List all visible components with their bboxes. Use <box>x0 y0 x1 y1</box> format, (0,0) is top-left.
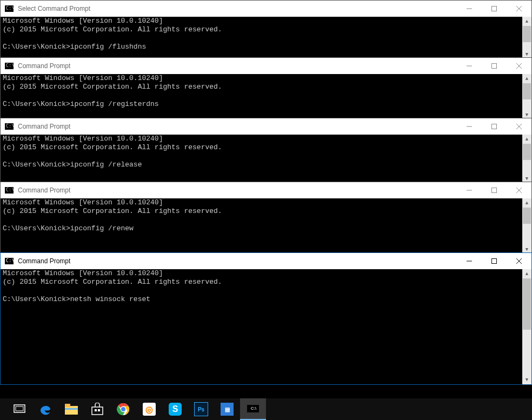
window-title: Command Prompt <box>18 123 457 130</box>
minimize-button[interactable] <box>457 58 482 74</box>
task-view-icon <box>14 404 25 414</box>
svg-rect-13 <box>492 188 497 193</box>
titlebar[interactable]: C:\ Command Prompt <box>1 182 531 198</box>
photoshop-button[interactable]: Ps <box>188 398 214 420</box>
vertical-scrollbar[interactable]: ▲ ▼ <box>522 269 531 384</box>
scroll-thumb[interactable] <box>523 144 531 160</box>
svg-rect-1 <box>492 6 497 11</box>
minimize-button[interactable] <box>457 118 482 135</box>
scroll-up-icon[interactable]: ▲ <box>522 135 531 144</box>
titlebar[interactable]: C:\ Command Prompt <box>1 58 531 74</box>
vertical-scrollbar[interactable]: ▲ ▼ <box>522 198 531 254</box>
cmd-window-1[interactable]: C:\ Select Command Prompt Microsoft Wind… <box>0 0 532 59</box>
maximize-button[interactable] <box>482 1 507 17</box>
titlebar[interactable]: C:\ Command Prompt <box>1 118 531 135</box>
task-view-button[interactable] <box>6 398 32 420</box>
close-button[interactable] <box>507 118 531 135</box>
maximize-button[interactable] <box>482 58 507 74</box>
window-controls <box>457 182 531 198</box>
app-button-2[interactable]: ▤ <box>214 398 240 420</box>
terminal-line: Microsoft Windows [Version 10.0.10240] <box>3 198 163 206</box>
store-button[interactable] <box>84 398 110 420</box>
scroll-up-icon[interactable]: ▲ <box>522 269 531 278</box>
edge-icon <box>39 403 52 416</box>
cmd-icon: C:\ <box>5 258 14 264</box>
window-title: Command Prompt <box>18 62 457 70</box>
svg-rect-17 <box>492 259 497 264</box>
terminal-content[interactable]: Microsoft Windows [Version 10.0.10240] (… <box>1 17 531 51</box>
cmd-window-3[interactable]: C:\ Command Prompt Microsoft Windows [Ve… <box>0 118 532 184</box>
skype-icon: S <box>169 403 182 416</box>
photoshop-icon: Ps <box>194 402 208 416</box>
cmd-icon: C:\ <box>5 123 14 130</box>
taskbar[interactable]: ◎ S Ps ▤ C:\ <box>0 398 532 420</box>
svg-rect-25 <box>92 407 103 415</box>
scroll-down-icon[interactable]: ▼ <box>522 375 531 384</box>
scroll-up-icon[interactable]: ▲ <box>522 198 531 208</box>
command-prompt-task-button[interactable]: C:\ <box>240 398 266 420</box>
maximize-button[interactable] <box>482 253 507 269</box>
titlebar[interactable]: C:\ Command Prompt <box>1 253 531 269</box>
terminal-line: (c) 2015 Microsoft Corporation. All righ… <box>3 278 222 286</box>
svg-rect-5 <box>492 64 497 69</box>
cmd-icon: C:\ <box>5 187 14 194</box>
window-controls <box>457 1 531 17</box>
app-icon-1: ◎ <box>143 403 156 416</box>
scroll-up-icon[interactable]: ▲ <box>522 17 531 26</box>
svg-rect-24 <box>65 408 78 410</box>
svg-rect-22 <box>65 406 78 415</box>
scroll-thumb[interactable] <box>523 208 531 224</box>
window-controls <box>457 253 531 269</box>
terminal-line: Microsoft Windows [Version 10.0.10240] <box>3 135 163 143</box>
svg-point-30 <box>121 407 125 411</box>
maximize-button[interactable] <box>482 118 507 135</box>
vertical-scrollbar[interactable]: ▲ ▼ <box>522 17 531 59</box>
window-controls <box>457 118 531 135</box>
skype-button[interactable]: S <box>162 398 188 420</box>
command-prompt-icon: C:\ <box>247 405 259 412</box>
scroll-thumb[interactable] <box>523 278 531 330</box>
window-controls <box>457 58 531 74</box>
close-button[interactable] <box>507 1 531 17</box>
terminal-content[interactable]: Microsoft Windows [Version 10.0.10240] (… <box>1 74 531 109</box>
minimize-button[interactable] <box>457 253 482 269</box>
file-explorer-button[interactable] <box>58 398 84 420</box>
window-title: Select Command Prompt <box>18 5 457 12</box>
terminal-line: C:\Users\Konick>ipconfig /flushdns <box>3 43 146 51</box>
app-icon-2: ▤ <box>221 403 234 416</box>
terminal-line: (c) 2015 Microsoft Corporation. All righ… <box>3 143 222 151</box>
terminal-line: (c) 2015 Microsoft Corporation. All righ… <box>3 25 222 34</box>
vertical-scrollbar[interactable]: ▲ ▼ <box>522 135 531 183</box>
minimize-button[interactable] <box>457 1 482 17</box>
terminal-line: C:\Users\Konick>ipconfig /registerdns <box>3 100 159 108</box>
terminal-content[interactable]: Microsoft Windows [Version 10.0.10240] (… <box>1 269 531 304</box>
scroll-up-icon[interactable]: ▲ <box>522 74 531 83</box>
minimize-button[interactable] <box>457 182 482 198</box>
scroll-thumb[interactable] <box>523 26 531 42</box>
cmd-window-2[interactable]: C:\ Command Prompt Microsoft Windows [Ve… <box>0 57 532 120</box>
close-button[interactable] <box>507 253 531 269</box>
titlebar[interactable]: C:\ Select Command Prompt <box>1 1 531 17</box>
cmd-window-4[interactable]: C:\ Command Prompt Microsoft Windows [Ve… <box>0 182 532 255</box>
terminal-line: Microsoft Windows [Version 10.0.10240] <box>3 269 163 277</box>
terminal-line: Microsoft Windows [Version 10.0.10240] <box>3 74 163 82</box>
svg-rect-27 <box>98 409 100 411</box>
app-button-1[interactable]: ◎ <box>136 398 162 420</box>
cmd-icon: C:\ <box>5 5 14 12</box>
file-explorer-icon <box>65 404 78 415</box>
close-button[interactable] <box>507 182 531 198</box>
terminal-content[interactable]: Microsoft Windows [Version 10.0.10240] (… <box>1 135 531 169</box>
terminal-line: C:\Users\Konick>ipconfig /release <box>3 161 142 169</box>
scroll-thumb[interactable] <box>523 83 531 99</box>
terminal-content[interactable]: Microsoft Windows [Version 10.0.10240] (… <box>1 198 531 233</box>
vertical-scrollbar[interactable]: ▲ ▼ <box>522 74 531 119</box>
close-button[interactable] <box>507 58 531 74</box>
cmd-window-5[interactable]: C:\ Command Prompt Microsoft Windows [Ve… <box>0 252 532 385</box>
maximize-button[interactable] <box>482 182 507 198</box>
svg-rect-21 <box>16 406 23 411</box>
terminal-line: Microsoft Windows [Version 10.0.10240] <box>3 17 163 25</box>
cmd-icon: C:\ <box>5 63 14 69</box>
edge-button[interactable] <box>32 398 58 420</box>
chrome-button[interactable] <box>110 398 136 420</box>
store-icon <box>91 403 104 416</box>
